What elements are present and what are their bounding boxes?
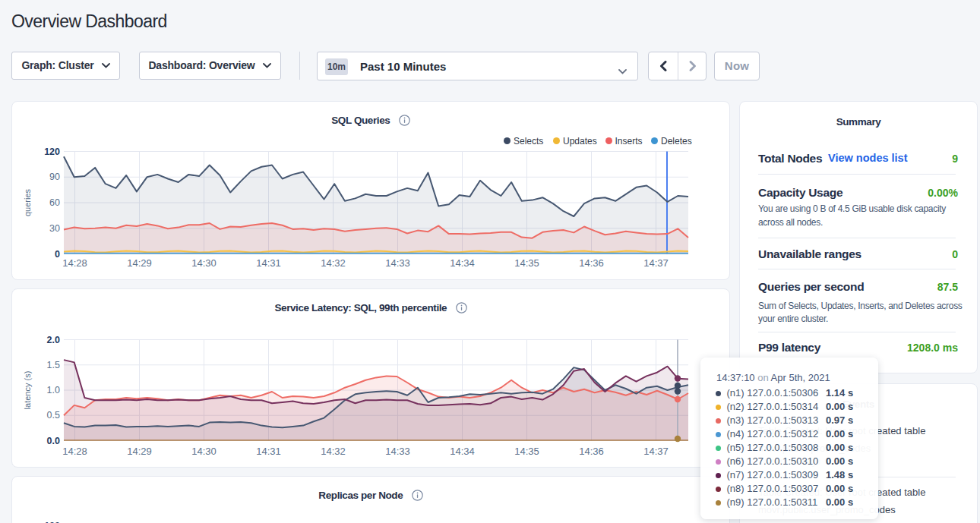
svg-text:latency (s): latency (s) — [23, 370, 32, 409]
svg-text:14:29: 14:29 — [127, 445, 152, 456]
svg-text:2.0: 2.0 — [47, 334, 60, 345]
svg-text:14:34: 14:34 — [450, 445, 475, 456]
svg-text:90: 90 — [49, 172, 60, 182]
svg-text:14:28: 14:28 — [62, 257, 87, 269]
svg-text:1.5: 1.5 — [47, 359, 60, 370]
svg-text:14:31: 14:31 — [256, 257, 281, 269]
svg-text:0.0: 0.0 — [47, 435, 60, 446]
svg-text:1.0: 1.0 — [47, 385, 60, 395]
svg-text:14:30: 14:30 — [191, 257, 217, 269]
svg-text:120: 120 — [44, 147, 60, 157]
svg-text:14:34: 14:34 — [450, 257, 475, 269]
svg-text:14:37: 14:37 — [643, 445, 669, 456]
svg-text:14:35: 14:35 — [514, 445, 539, 456]
svg-text:14:29: 14:29 — [127, 257, 152, 269]
svg-text:0.5: 0.5 — [47, 410, 60, 421]
svg-text:14:35: 14:35 — [514, 257, 539, 269]
svg-text:14:32: 14:32 — [321, 445, 346, 456]
svg-text:30: 30 — [49, 223, 60, 234]
svg-text:14:36: 14:36 — [579, 445, 604, 456]
svg-text:14:37: 14:37 — [643, 257, 669, 269]
svg-text:14:28: 14:28 — [62, 445, 87, 456]
svg-text:0: 0 — [55, 249, 60, 260]
svg-text:14:30: 14:30 — [191, 445, 217, 456]
svg-text:14:31: 14:31 — [256, 445, 281, 456]
svg-text:14:32: 14:32 — [321, 257, 346, 269]
svg-text:60: 60 — [49, 197, 60, 208]
svg-text:14:33: 14:33 — [385, 257, 410, 269]
svg-text:queries: queries — [23, 188, 32, 216]
svg-text:14:33: 14:33 — [385, 445, 410, 456]
svg-text:14:36: 14:36 — [579, 257, 604, 269]
